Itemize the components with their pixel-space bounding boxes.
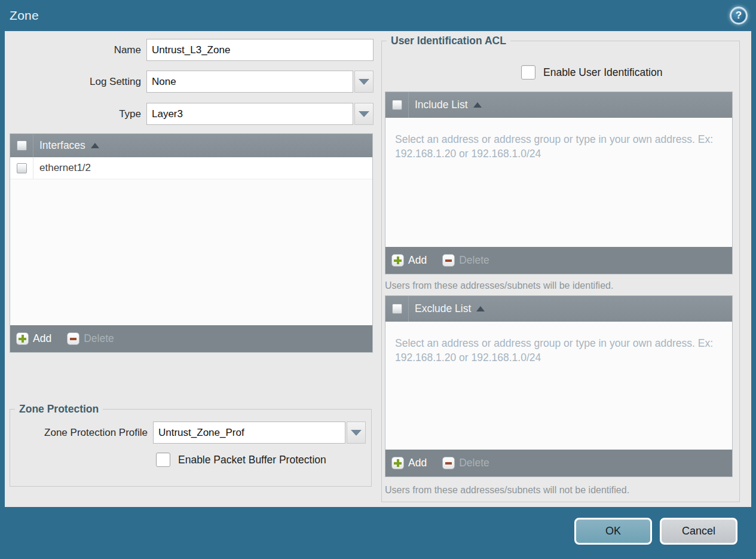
include-list-body[interactable]: Select an address or address group or ty… (385, 118, 732, 247)
add-label: Add (408, 254, 427, 267)
exclude-list-column-header[interactable]: Exclude List (415, 303, 471, 315)
interfaces-table-body: ethernet1/2 (10, 157, 372, 325)
enable-user-id-row: Enable User Identification (521, 65, 662, 80)
dialog-body: Name Log Setting Type (5, 31, 751, 507)
ok-button[interactable]: OK (574, 518, 652, 545)
zone-protection-profile-row: Zone Protection Profile (15, 421, 366, 444)
interfaces-header-checkbox-cell (10, 134, 33, 157)
exclude-list-footer: Add Delete (385, 450, 732, 476)
add-button[interactable]: Add (391, 254, 427, 267)
log-setting-input[interactable] (146, 71, 353, 93)
zone-protection-profile-label: Zone Protection Profile (15, 427, 148, 439)
name-input[interactable] (146, 39, 374, 61)
include-list-placeholder: Select an address or address group or ty… (385, 118, 732, 161)
interface-name: ethernet1/2 (39, 162, 91, 174)
add-icon (391, 457, 404, 469)
packet-buffer-checkbox[interactable] (156, 453, 170, 467)
type-row: Type (5, 103, 374, 125)
exclude-list-caption: Users from these addresses/subnets will … (385, 485, 629, 496)
exclude-list-body[interactable]: Select an address or address group or ty… (385, 322, 732, 450)
exclude-list-header: Exclude List (385, 296, 732, 322)
delete-label: Delete (84, 332, 114, 345)
zone-protection-legend: Zone Protection (15, 403, 103, 416)
sort-ascending-icon[interactable] (473, 102, 482, 108)
delete-label: Delete (459, 254, 489, 267)
packet-buffer-label: Enable Packet Buffer Protection (178, 454, 326, 466)
exclude-list-table: Exclude List Select an address or addres… (385, 295, 733, 477)
cancel-button[interactable]: Cancel (660, 518, 737, 545)
type-label: Type (5, 108, 141, 120)
delete-button[interactable]: Delete (442, 457, 489, 469)
sort-ascending-icon[interactable] (476, 306, 485, 311)
log-setting-row: Log Setting (5, 71, 374, 93)
zone-protection-profile-dropdown-button[interactable] (347, 421, 366, 444)
zone-protection-fieldset: Zone Protection Zone Protection Profile … (10, 409, 372, 487)
user-identification-fieldset: User Identification ACL Enable User Iden… (381, 41, 740, 502)
name-row: Name (5, 39, 374, 61)
add-label: Add (33, 332, 51, 345)
zone-protection-profile-combo (153, 421, 366, 444)
select-all-checkbox[interactable] (392, 100, 402, 110)
add-button[interactable]: Add (16, 332, 51, 345)
add-label: Add (408, 457, 427, 469)
interfaces-table-footer: Add Delete (10, 325, 372, 352)
enable-user-id-label: Enable User Identification (543, 66, 662, 79)
delete-button[interactable]: Delete (442, 254, 489, 267)
log-setting-combo (146, 71, 374, 93)
user-identification-legend: User Identification ACL (387, 35, 510, 47)
interfaces-column-header[interactable]: Interfaces (39, 139, 85, 152)
exclude-list-placeholder: Select an address or address group or ty… (385, 322, 732, 365)
type-input[interactable] (146, 103, 353, 125)
chevron-down-icon (359, 111, 369, 117)
add-icon (391, 254, 404, 267)
help-icon[interactable]: ? (730, 7, 748, 25)
delete-button[interactable]: Delete (67, 332, 114, 345)
zone-dialog-window: Zone ? Name Log Setting Type (0, 0, 756, 559)
delete-icon (67, 332, 79, 345)
select-all-checkbox[interactable] (17, 140, 27, 151)
add-icon (16, 332, 29, 345)
zone-protection-profile-input[interactable] (153, 421, 345, 444)
include-list-footer: Add Delete (385, 247, 732, 274)
delete-label: Delete (459, 457, 489, 469)
interfaces-table: Interfaces ethernet1/2 Add Dele (10, 133, 373, 353)
include-list-caption: Users from these addresses/subnets will … (385, 280, 613, 291)
packet-buffer-row: Enable Packet Buffer Protection (156, 453, 326, 467)
enable-user-id-checkbox[interactable] (521, 65, 535, 80)
include-list-table: Include List Select an address or addres… (385, 91, 733, 274)
delete-icon (442, 457, 455, 469)
row-checkbox-cell (10, 157, 33, 179)
name-label: Name (5, 44, 141, 56)
dialog-titlebar: Zone ? (0, 0, 756, 31)
type-combo (146, 103, 374, 125)
table-row[interactable]: ethernet1/2 (10, 157, 372, 179)
exclude-header-checkbox-cell (385, 296, 409, 322)
type-dropdown-button[interactable] (354, 103, 374, 125)
delete-icon (442, 254, 455, 267)
add-button[interactable]: Add (391, 457, 427, 469)
sort-ascending-icon[interactable] (91, 143, 99, 148)
select-all-checkbox[interactable] (392, 304, 402, 314)
log-setting-label: Log Setting (5, 76, 141, 88)
include-list-column-header[interactable]: Include List (415, 99, 468, 111)
interfaces-table-header: Interfaces (10, 134, 372, 157)
chevron-down-icon (351, 430, 362, 436)
log-setting-dropdown-button[interactable] (354, 71, 374, 93)
chevron-down-icon (359, 79, 369, 85)
row-checkbox[interactable] (17, 163, 27, 173)
dialog-title: Zone (10, 8, 39, 23)
include-list-header: Include List (385, 92, 732, 118)
include-header-checkbox-cell (385, 92, 409, 118)
